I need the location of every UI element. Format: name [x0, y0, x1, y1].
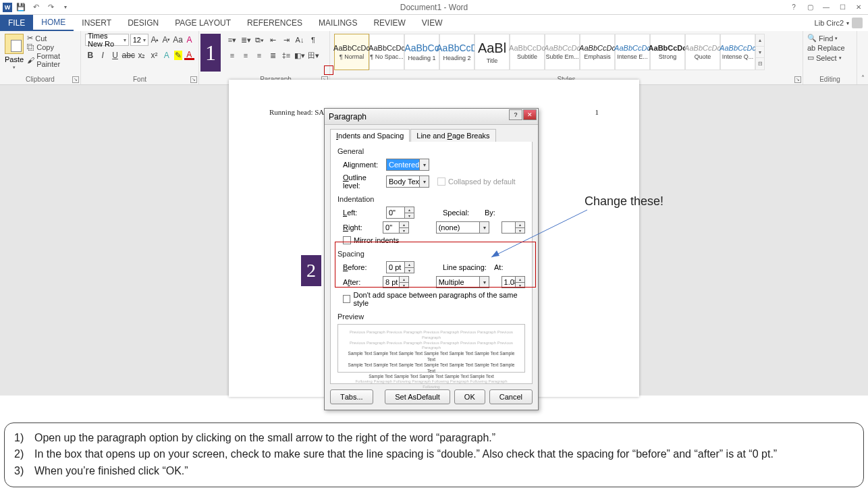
maximize-icon[interactable]: ☐ [836, 3, 849, 12]
numbering-button[interactable]: ≣▾ [240, 34, 252, 46]
tab-references[interactable]: REFERENCES [239, 15, 310, 31]
help-icon[interactable]: ? [787, 3, 801, 12]
brush-icon: 🖌 [27, 56, 34, 64]
sort-button[interactable]: A↓ [294, 34, 306, 46]
ok-button[interactable]: OK [454, 389, 485, 404]
undo-icon[interactable]: ↶ [30, 1, 42, 13]
ribbon-options-icon[interactable]: ▢ [803, 3, 817, 12]
cut-button[interactable]: ✂Cut [27, 34, 76, 43]
qat-dropdown-icon[interactable]: ▾ [59, 1, 72, 13]
text-effects-button[interactable]: A [161, 49, 171, 61]
style-item-intense-e---[interactable]: AaBbCcDcIntense E... [615, 34, 650, 70]
change-case-button[interactable]: Aa [173, 34, 183, 46]
styles-gallery[interactable]: AaBbCcDc¶ NormalAaBbCcDc¶ No Spac...AaBb… [334, 34, 798, 70]
paste-button[interactable]: Paste ▾ [4, 34, 24, 70]
line-spacing-combo[interactable]: Multiple▾ [436, 276, 489, 288]
subscript-button[interactable]: x₂ [136, 49, 146, 61]
dialog-help-icon[interactable]: ? [509, 109, 522, 120]
style-item-quote[interactable]: AaBbCcDcQuote [685, 34, 720, 70]
style-item-title[interactable]: AaBlTitle [474, 34, 510, 70]
align-right-button[interactable]: ≡ [253, 49, 265, 61]
style-item---no-spac---[interactable]: AaBbCcDc¶ No Spac... [369, 34, 404, 70]
tab-review[interactable]: REVIEW [365, 15, 413, 31]
right-indent-spinner[interactable]: 0"▴▾ [383, 221, 409, 234]
italic-button[interactable]: I [97, 49, 107, 61]
bold-button[interactable]: B [85, 49, 95, 61]
by-spinner[interactable]: ▴▾ [501, 221, 525, 234]
format-painter-button[interactable]: 🖌Format Painter [27, 52, 76, 68]
borders-button[interactable]: 田▾ [307, 49, 319, 61]
tab-page-layout[interactable]: PAGE LAYOUT [167, 15, 239, 31]
style-item-subtle-em---[interactable]: AaBbCcDcSubtle Em... [545, 34, 580, 70]
find-button[interactable]: 🔍Find ▾ [807, 34, 852, 43]
cancel-button[interactable]: Cancel [489, 389, 533, 404]
style-item---normal[interactable]: AaBbCcDc¶ Normal [334, 34, 369, 70]
align-center-button[interactable]: ≡ [240, 49, 252, 61]
shrink-font-button[interactable]: A▾ [161, 34, 171, 46]
tab-indents-spacing[interactable]: Indents and Spacing [330, 129, 410, 142]
set-as-default-button[interactable]: Set As Default [385, 389, 450, 404]
redo-icon[interactable]: ↷ [45, 1, 57, 13]
after-spinner[interactable]: 8 pt▴▾ [383, 276, 409, 288]
bullets-button[interactable]: ≡▾ [226, 34, 238, 46]
before-spinner[interactable]: 0 pt▴▾ [386, 261, 414, 273]
tab-home[interactable]: HOME [33, 15, 74, 31]
minimize-icon[interactable]: — [819, 3, 833, 12]
font-launcher[interactable]: ↘ [190, 76, 197, 83]
tab-line-page-breaks[interactable]: Line and Page Breaks [410, 129, 495, 142]
styles-launcher[interactable]: ↘ [794, 76, 801, 83]
collapse-ribbon-icon[interactable]: ˄ [861, 74, 865, 82]
font-name-combo[interactable]: Times New Ro▾ [85, 34, 129, 46]
multilevel-button[interactable]: ⧉▾ [253, 34, 265, 46]
show-hide-button[interactable]: ¶ [307, 34, 319, 46]
collapsed-checkbox [437, 178, 445, 186]
group-clipboard: Paste ▾ ✂Cut ⿻Copy 🖌Format Painter Clipb… [0, 31, 81, 84]
justify-button[interactable]: ≣ [267, 49, 279, 61]
style-item-subtitle[interactable]: AaBbCcDcSubtitle [510, 34, 545, 70]
tab-design[interactable]: DESIGN [119, 15, 167, 31]
copy-button[interactable]: ⿻Copy [27, 43, 76, 51]
clipboard-launcher[interactable]: ↘ [72, 76, 79, 83]
tabs-button[interactable]: Tabs... [330, 389, 373, 404]
font-color-button[interactable]: A [184, 51, 194, 60]
decrease-indent-button[interactable]: ⇤ [267, 34, 279, 46]
strikethrough-button[interactable]: abc [122, 49, 134, 61]
underline-button[interactable]: U [110, 49, 120, 61]
replace-button[interactable]: abReplace [807, 44, 852, 52]
save-icon[interactable]: 💾 [15, 1, 27, 13]
superscript-button[interactable]: x² [149, 49, 159, 61]
tab-insert[interactable]: INSERT [74, 15, 119, 31]
style-item-strong[interactable]: AaBbCcDcStrong [650, 34, 685, 70]
select-button[interactable]: ▭Select ▾ [807, 53, 852, 62]
tab-file[interactable]: FILE [0, 15, 33, 31]
style-item-emphasis[interactable]: AaBbCcDcEmphasis [580, 34, 615, 70]
style-item-heading-2[interactable]: AaBbCcDHeading 2 [439, 34, 474, 70]
tab-view[interactable]: VIEW [414, 15, 451, 31]
style-item-intense-q---[interactable]: AaBbCcDcIntense Q... [720, 34, 755, 70]
close-icon[interactable]: ✕ [852, 3, 865, 12]
mirror-checkbox[interactable] [343, 236, 351, 244]
outline-level-combo[interactable]: Body Text▾ [386, 175, 429, 188]
line-spacing-button[interactable]: ‡≡ [280, 49, 292, 61]
clear-formatting-button[interactable]: A [184, 34, 194, 46]
dialog-close-icon[interactable]: ✕ [523, 109, 537, 120]
user-label[interactable]: Lib Circ2 ▾ [815, 15, 868, 31]
paste-icon [5, 34, 24, 54]
left-indent-spinner[interactable]: 0"▴▾ [386, 207, 414, 219]
highlight-button[interactable]: ✎ [174, 51, 182, 60]
group-styles: AaBbCcDc¶ NormalAaBbCcDc¶ No Spac...AaBb… [330, 31, 803, 84]
special-combo[interactable]: (none)▾ [436, 221, 489, 234]
tab-mailings[interactable]: MAILINGS [310, 15, 365, 31]
dialog-titlebar[interactable]: Paragraph ? ✕ [325, 109, 538, 125]
style-item-heading-1[interactable]: AaBbCcHeading 1 [404, 34, 439, 70]
alignment-combo[interactable]: Centered▾ [386, 159, 429, 171]
font-size-combo[interactable]: 12▾ [130, 34, 148, 46]
shading-button[interactable]: ◧▾ [294, 49, 306, 61]
increase-indent-button[interactable]: ⇥ [280, 34, 292, 46]
align-left-button[interactable]: ≡ [226, 49, 238, 61]
styles-more-button[interactable]: ▴▾⊟ [755, 34, 765, 70]
dont-add-space-checkbox[interactable] [343, 295, 350, 303]
ribbon: Paste ▾ ✂Cut ⿻Copy 🖌Format Painter Clipb… [0, 31, 868, 85]
at-spinner[interactable]: 1.08▴▾ [501, 276, 525, 288]
grow-font-button[interactable]: A▴ [150, 34, 160, 46]
